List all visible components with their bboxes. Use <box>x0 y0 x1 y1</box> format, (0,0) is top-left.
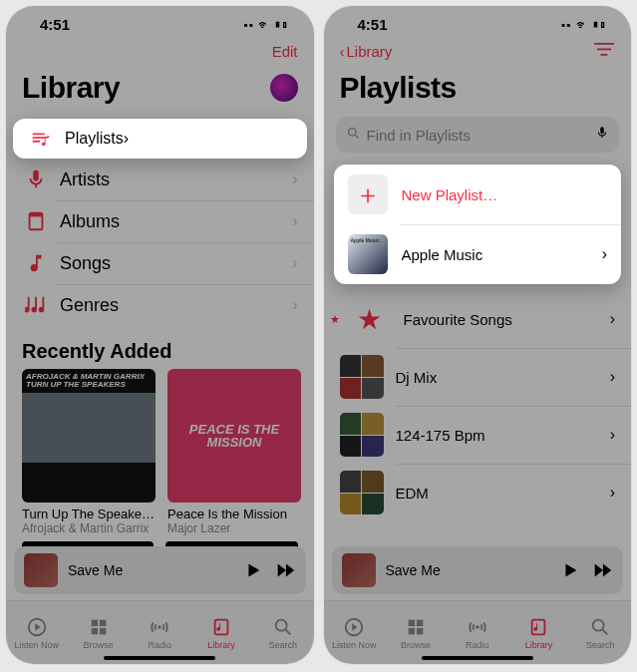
apple-music-art <box>348 234 388 274</box>
tab-bar: Listen Now Browse Radio Library Search <box>6 600 314 664</box>
svg-rect-14 <box>409 627 415 633</box>
playlist-label: 124-175 Bpm <box>396 427 598 444</box>
chevron-left-icon: ‹ <box>340 43 345 60</box>
apple-music-playlists[interactable]: Apple Music › <box>334 224 622 284</box>
svg-rect-12 <box>409 619 415 625</box>
tab-radio[interactable]: Radio <box>447 601 508 664</box>
chevron-right-icon: › <box>610 484 615 502</box>
playlist-edm[interactable]: EDM › <box>324 464 632 521</box>
nav-row: Edit <box>6 35 314 63</box>
screenshot-playlists: 4:51 ▪▪ ᯤ ▮▯ ‹ Library Playlists Find in… <box>324 6 632 664</box>
screenshot-library: 4:51 ▪▪ ᯤ ▮▯ Edit Library Playlists › Ar… <box>6 6 314 664</box>
playlist-label: EDM <box>396 485 598 502</box>
chevron-right-icon: › <box>292 296 297 314</box>
playlist-art <box>340 355 384 399</box>
album-card[interactable]: AFROJACK & MARTIN GARRIX TURN UP THE SPE… <box>22 369 156 535</box>
search-field[interactable]: Find in Playlists <box>336 117 620 153</box>
filter-icon[interactable] <box>593 42 615 60</box>
status-bar: 4:51 ▪▪ ᯤ ▮▯ <box>324 6 632 35</box>
library-category-artists[interactable]: Artists › <box>6 159 314 200</box>
svg-point-16 <box>476 625 479 629</box>
search-icon <box>346 126 361 145</box>
playlist-create-popup: ＋ New Playlist… Apple Music › <box>334 165 622 284</box>
album-title: Turn Up The Speakers… <box>22 506 156 521</box>
status-icons: ▪▪ ᯤ ▮▯ <box>561 18 607 32</box>
page-title: Library <box>22 71 120 105</box>
recently-added-row[interactable]: AFROJACK & MARTIN GARRIX TURN UP THE SPE… <box>6 369 314 535</box>
library-category-songs[interactable]: Songs › <box>6 242 314 284</box>
playlist-label: Favourite Songs <box>404 311 598 328</box>
playlist-art <box>340 413 384 457</box>
chevron-right-icon: › <box>292 212 297 230</box>
svg-point-18 <box>593 619 604 630</box>
edit-button[interactable]: Edit <box>22 43 298 60</box>
album-card[interactable]: PEACE IS THE MISSION Peace Is the Missio… <box>167 369 301 535</box>
svg-point-10 <box>348 128 356 136</box>
svg-point-7 <box>158 625 161 629</box>
now-playing-art <box>342 553 376 587</box>
note-icon <box>22 252 50 274</box>
tab-bar: Listen Now Browse Radio Library Search <box>324 600 632 664</box>
now-playing-bar[interactable]: Save Me <box>332 546 624 594</box>
status-bar: 4:51 ▪▪ ᯤ ▮▯ <box>6 6 314 35</box>
now-playing-title: Save Me <box>386 562 550 578</box>
album-art: PEACE IS THE MISSION <box>167 369 301 503</box>
tab-library[interactable]: Library <box>190 601 252 664</box>
library-category-playlists[interactable]: Playlists › <box>13 119 307 159</box>
now-playing-title: Save Me <box>68 562 232 578</box>
apple-music-label: Apple Music <box>402 246 588 263</box>
next-icon[interactable] <box>591 559 613 581</box>
category-label: Songs <box>60 253 292 274</box>
playlist-dj-mix[interactable]: Dj Mix › <box>324 348 632 406</box>
play-icon[interactable] <box>242 559 264 581</box>
svg-rect-13 <box>417 619 423 625</box>
tab-radio[interactable]: Radio <box>129 601 190 664</box>
plus-icon: ＋ <box>348 174 388 214</box>
tab-listen-now[interactable]: Listen Now <box>6 601 68 664</box>
genre-icon <box>22 294 50 316</box>
mic-icon <box>22 168 50 190</box>
library-category-albums[interactable]: Albums › <box>6 200 314 242</box>
play-icon[interactable] <box>559 559 581 581</box>
new-playlist-button[interactable]: ＋ New Playlist… <box>334 165 622 224</box>
search-placeholder: Find in Playlists <box>367 127 596 144</box>
svg-rect-1 <box>30 213 43 217</box>
playlist-favourite-songs[interactable]: ★ ★ Favourite Songs › <box>324 290 632 348</box>
playlist-icon <box>27 128 55 150</box>
next-icon[interactable] <box>274 559 296 581</box>
nav-row: ‹ Library <box>324 35 632 63</box>
now-playing-bar[interactable]: Save Me <box>14 546 306 594</box>
tab-search[interactable]: Search <box>569 601 631 664</box>
category-label: Albums <box>60 211 292 232</box>
svg-rect-3 <box>91 619 97 625</box>
category-label: Artists <box>60 169 292 190</box>
chevron-right-icon: › <box>610 426 615 444</box>
library-category-genres[interactable]: Genres › <box>6 284 314 326</box>
home-indicator[interactable] <box>104 656 215 660</box>
profile-avatar[interactable] <box>270 74 298 102</box>
playlist-art <box>340 471 384 514</box>
svg-rect-4 <box>99 619 105 625</box>
chevron-right-icon: › <box>602 245 607 263</box>
clock: 4:51 <box>358 16 388 33</box>
recently-added-header: Recently Added <box>6 326 314 369</box>
album-artist: Afrojack & Martin Garrix <box>22 521 156 535</box>
new-playlist-label: New Playlist… <box>402 186 608 203</box>
tab-library[interactable]: Library <box>508 601 570 664</box>
home-indicator[interactable] <box>422 656 533 660</box>
tab-listen-now[interactable]: Listen Now <box>324 601 386 664</box>
tab-browse[interactable]: Browse <box>68 601 130 664</box>
chevron-right-icon: › <box>292 254 297 272</box>
playlist-label: Dj Mix <box>396 369 598 386</box>
album-icon <box>22 210 50 232</box>
tab-search[interactable]: Search <box>252 601 314 664</box>
category-label: Playlists <box>65 130 124 148</box>
dictation-icon[interactable] <box>595 124 609 146</box>
album-art: AFROJACK & MARTIN GARRIX TURN UP THE SPE… <box>22 369 156 503</box>
chevron-right-icon: › <box>610 310 615 328</box>
status-icons: ▪▪ ᯤ ▮▯ <box>243 18 289 32</box>
back-button[interactable]: ‹ Library <box>340 43 393 60</box>
playlist-bpm[interactable]: 124-175 Bpm › <box>324 406 632 464</box>
tab-browse[interactable]: Browse <box>385 601 447 664</box>
chevron-right-icon: › <box>124 130 129 148</box>
